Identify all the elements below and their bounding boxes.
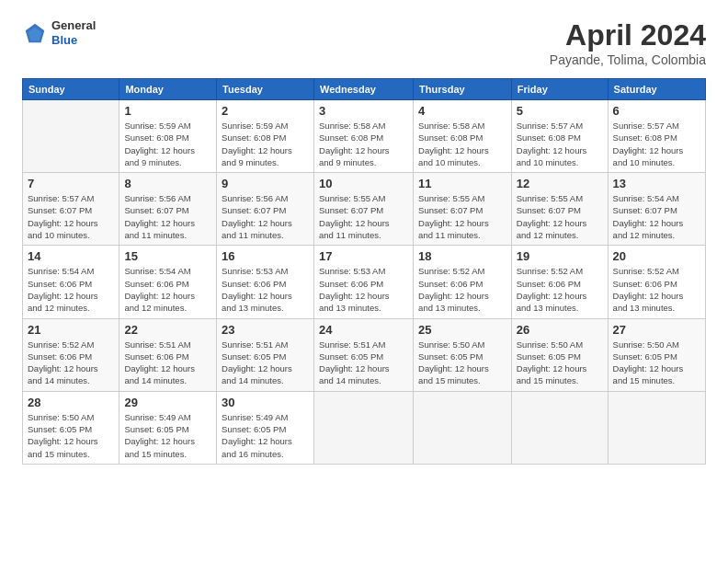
calendar-cell: 28Sunrise: 5:50 AM Sunset: 6:05 PM Dayli…	[23, 391, 119, 464]
calendar-cell: 4Sunrise: 5:58 AM Sunset: 6:08 PM Daylig…	[414, 100, 512, 173]
calendar-day-header: Wednesday	[314, 79, 414, 100]
day-number: 3	[319, 104, 408, 118]
calendar-cell: 26Sunrise: 5:50 AM Sunset: 6:05 PM Dayli…	[511, 318, 608, 391]
calendar-header-row: SundayMondayTuesdayWednesdayThursdayFrid…	[23, 79, 706, 100]
day-info: Sunrise: 5:52 AM Sunset: 6:06 PM Dayligh…	[418, 265, 506, 314]
calendar-week-row: 1Sunrise: 5:59 AM Sunset: 6:08 PM Daylig…	[23, 100, 706, 173]
calendar-table: SundayMondayTuesdayWednesdayThursdayFrid…	[22, 78, 706, 465]
day-number: 26	[517, 323, 603, 337]
logo: General Blue	[22, 18, 96, 47]
calendar-day-header: Thursday	[414, 79, 512, 100]
day-info: Sunrise: 5:50 AM Sunset: 6:05 PM Dayligh…	[28, 411, 114, 460]
day-info: Sunrise: 5:50 AM Sunset: 6:05 PM Dayligh…	[613, 339, 700, 387]
calendar-cell	[511, 391, 608, 464]
calendar-cell: 20Sunrise: 5:52 AM Sunset: 6:06 PM Dayli…	[608, 246, 705, 318]
day-number: 18	[418, 249, 506, 263]
calendar-cell: 1Sunrise: 5:59 AM Sunset: 6:08 PM Daylig…	[119, 100, 217, 173]
calendar-cell: 2Sunrise: 5:59 AM Sunset: 6:08 PM Daylig…	[217, 100, 314, 173]
logo-blue: Blue	[51, 33, 77, 47]
calendar-cell: 24Sunrise: 5:51 AM Sunset: 6:05 PM Dayli…	[314, 318, 414, 391]
day-number: 8	[124, 177, 211, 190]
day-info: Sunrise: 5:57 AM Sunset: 6:08 PM Dayligh…	[517, 120, 603, 168]
calendar-cell: 15Sunrise: 5:54 AM Sunset: 6:06 PM Dayli…	[119, 246, 217, 318]
day-number: 27	[613, 323, 700, 337]
calendar-cell: 10Sunrise: 5:55 AM Sunset: 6:07 PM Dayli…	[314, 173, 414, 246]
calendar-week-row: 14Sunrise: 5:54 AM Sunset: 6:06 PM Dayli…	[23, 246, 706, 318]
day-number: 28	[28, 396, 114, 409]
calendar-week-row: 7Sunrise: 5:57 AM Sunset: 6:07 PM Daylig…	[23, 173, 706, 246]
day-info: Sunrise: 5:54 AM Sunset: 6:06 PM Dayligh…	[124, 265, 211, 314]
day-number: 9	[222, 177, 309, 190]
day-info: Sunrise: 5:59 AM Sunset: 6:08 PM Dayligh…	[124, 120, 211, 168]
day-number: 1	[124, 104, 211, 118]
location-subtitle: Payande, Tolima, Colombia	[550, 52, 706, 67]
calendar-day-header: Sunday	[23, 79, 119, 100]
day-info: Sunrise: 5:58 AM Sunset: 6:08 PM Dayligh…	[319, 120, 408, 168]
day-info: Sunrise: 5:54 AM Sunset: 6:06 PM Dayligh…	[28, 265, 114, 314]
logo-icon	[22, 20, 48, 46]
day-info: Sunrise: 5:55 AM Sunset: 6:07 PM Dayligh…	[517, 192, 603, 241]
day-info: Sunrise: 5:50 AM Sunset: 6:05 PM Dayligh…	[517, 339, 603, 387]
day-info: Sunrise: 5:50 AM Sunset: 6:05 PM Dayligh…	[418, 339, 506, 387]
day-number: 24	[319, 323, 408, 337]
day-info: Sunrise: 5:53 AM Sunset: 6:06 PM Dayligh…	[319, 265, 408, 314]
calendar-day-header: Tuesday	[217, 79, 314, 100]
day-number: 11	[418, 177, 506, 190]
day-info: Sunrise: 5:56 AM Sunset: 6:07 PM Dayligh…	[222, 192, 309, 241]
calendar-cell: 14Sunrise: 5:54 AM Sunset: 6:06 PM Dayli…	[23, 246, 119, 318]
day-info: Sunrise: 5:52 AM Sunset: 6:06 PM Dayligh…	[517, 265, 603, 314]
day-info: Sunrise: 5:57 AM Sunset: 6:08 PM Dayligh…	[613, 120, 700, 168]
calendar-cell: 5Sunrise: 5:57 AM Sunset: 6:08 PM Daylig…	[511, 100, 608, 173]
calendar-cell: 3Sunrise: 5:58 AM Sunset: 6:08 PM Daylig…	[314, 100, 414, 173]
day-info: Sunrise: 5:51 AM Sunset: 6:05 PM Dayligh…	[319, 339, 408, 387]
calendar-cell: 23Sunrise: 5:51 AM Sunset: 6:05 PM Dayli…	[217, 318, 314, 391]
calendar-cell	[608, 391, 705, 464]
calendar-cell: 11Sunrise: 5:55 AM Sunset: 6:07 PM Dayli…	[414, 173, 512, 246]
day-number: 14	[28, 249, 114, 263]
calendar-cell: 19Sunrise: 5:52 AM Sunset: 6:06 PM Dayli…	[511, 246, 608, 318]
calendar-week-row: 28Sunrise: 5:50 AM Sunset: 6:05 PM Dayli…	[23, 391, 706, 464]
day-number: 5	[517, 104, 603, 118]
day-info: Sunrise: 5:55 AM Sunset: 6:07 PM Dayligh…	[319, 192, 408, 241]
day-number: 21	[28, 323, 114, 337]
day-number: 6	[613, 104, 700, 118]
day-number: 15	[124, 249, 211, 263]
day-number: 16	[222, 249, 309, 263]
calendar-cell: 29Sunrise: 5:49 AM Sunset: 6:05 PM Dayli…	[119, 391, 217, 464]
day-info: Sunrise: 5:58 AM Sunset: 6:08 PM Dayligh…	[418, 120, 506, 168]
month-title: April 2024	[550, 18, 706, 52]
day-info: Sunrise: 5:51 AM Sunset: 6:05 PM Dayligh…	[222, 339, 309, 387]
day-number: 13	[613, 177, 700, 190]
calendar-cell: 12Sunrise: 5:55 AM Sunset: 6:07 PM Dayli…	[511, 173, 608, 246]
day-number: 17	[319, 249, 408, 263]
calendar-cell	[314, 391, 414, 464]
calendar-cell: 9Sunrise: 5:56 AM Sunset: 6:07 PM Daylig…	[217, 173, 314, 246]
day-info: Sunrise: 5:52 AM Sunset: 6:06 PM Dayligh…	[613, 265, 700, 314]
day-number: 10	[319, 177, 408, 190]
day-info: Sunrise: 5:51 AM Sunset: 6:06 PM Dayligh…	[124, 339, 211, 387]
calendar-day-header: Saturday	[608, 79, 705, 100]
calendar-day-header: Friday	[511, 79, 608, 100]
day-number: 4	[418, 104, 506, 118]
day-number: 25	[418, 323, 506, 337]
calendar-cell: 16Sunrise: 5:53 AM Sunset: 6:06 PM Dayli…	[217, 246, 314, 318]
calendar-cell: 8Sunrise: 5:56 AM Sunset: 6:07 PM Daylig…	[119, 173, 217, 246]
day-info: Sunrise: 5:55 AM Sunset: 6:07 PM Dayligh…	[418, 192, 506, 241]
calendar-page: General Blue April 2024 Payande, Tolima,…	[0, 0, 728, 563]
day-number: 20	[613, 249, 700, 263]
logo-general: General	[51, 18, 96, 32]
day-info: Sunrise: 5:53 AM Sunset: 6:06 PM Dayligh…	[222, 265, 309, 314]
day-info: Sunrise: 5:49 AM Sunset: 6:05 PM Dayligh…	[222, 411, 309, 460]
calendar-cell: 25Sunrise: 5:50 AM Sunset: 6:05 PM Dayli…	[414, 318, 512, 391]
day-number: 2	[222, 104, 309, 118]
day-info: Sunrise: 5:59 AM Sunset: 6:08 PM Dayligh…	[222, 120, 309, 168]
day-number: 29	[124, 396, 211, 409]
calendar-cell: 18Sunrise: 5:52 AM Sunset: 6:06 PM Dayli…	[414, 246, 512, 318]
title-block: April 2024 Payande, Tolima, Colombia	[550, 18, 706, 67]
day-info: Sunrise: 5:56 AM Sunset: 6:07 PM Dayligh…	[124, 192, 211, 241]
calendar-cell	[414, 391, 512, 464]
calendar-cell: 17Sunrise: 5:53 AM Sunset: 6:06 PM Dayli…	[314, 246, 414, 318]
day-number: 12	[517, 177, 603, 190]
day-info: Sunrise: 5:49 AM Sunset: 6:05 PM Dayligh…	[124, 411, 211, 460]
day-info: Sunrise: 5:57 AM Sunset: 6:07 PM Dayligh…	[28, 192, 114, 241]
